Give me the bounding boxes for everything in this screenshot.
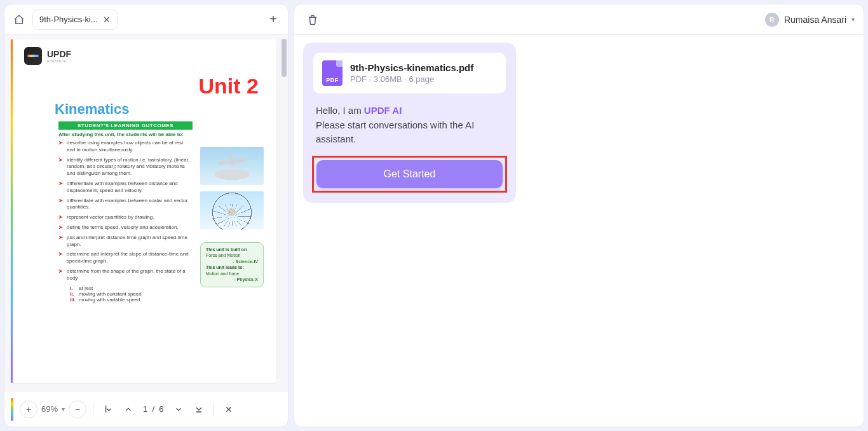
cta-highlight: Get Started [312, 156, 507, 193]
page-viewport[interactable]: UPDF education Unit 2 Kinematics STUDENT… [4, 35, 288, 391]
page-total: 6 [159, 404, 163, 414]
sub-item: ii.moving with constant speed [70, 291, 193, 297]
tab-bar: 9th-Physics-ki... ✕ + [4, 4, 288, 35]
note-box: This unit is built on Force and Motion -… [200, 242, 264, 287]
file-card[interactable]: PDF 9th-Physics-kinematics.pdf PDF · 3.0… [313, 53, 506, 93]
pdf-panel: 9th-Physics-ki... ✕ + UPDF education Uni… [4, 4, 288, 427]
list-item: determine and interpret the slope of dis… [67, 251, 193, 265]
close-viewer-icon[interactable]: ✕ [220, 401, 237, 418]
pdf-icon: PDF [322, 60, 342, 86]
list-item: represent vector quantities by drawing. [67, 214, 154, 221]
outcomes-heading: STUDENT'S LEARNING OUTCOMES [58, 121, 193, 130]
zoom-in-button[interactable]: + [20, 400, 37, 418]
ferris-wheel-image [200, 191, 264, 229]
brand-name: UPDF [47, 49, 71, 59]
list-item: identify different types of motion i.e. … [67, 157, 193, 177]
zoom-value: 69% [41, 404, 58, 414]
page-current: 1 [143, 404, 147, 414]
list-item: describe using examples how objects can … [67, 140, 193, 154]
chevron-down-icon[interactable]: ▾ [62, 406, 65, 413]
pdf-page: UPDF education Unit 2 Kinematics STUDENT… [11, 39, 276, 383]
list-item: plot and interpret distance-time graph a… [67, 235, 193, 249]
list-item: define the terms speed, velocity and acc… [67, 224, 179, 231]
avatar: R [765, 13, 779, 27]
tab-active[interactable]: 9th-Physics-ki... ✕ [32, 10, 118, 30]
subject-title: Kinematics [55, 101, 264, 118]
user-menu[interactable]: R Rumaisa Ansari ▾ [765, 13, 855, 27]
scrollbar-thumb[interactable] [281, 39, 287, 77]
list-item: differentiate with examples between scal… [67, 198, 193, 212]
brand-stripe-icon [11, 398, 13, 421]
file-name: 9th-Physics-kinematics.pdf [350, 62, 473, 73]
list-item: differentiate with examples between dist… [67, 181, 193, 195]
ai-name: UPDF AI [364, 105, 402, 116]
airplane-image [200, 147, 264, 185]
outcomes-intro: After studying this unit, the students w… [58, 132, 193, 137]
ai-panel: R Rumaisa Ansari ▾ PDF 9th-Physics-kinem… [294, 4, 864, 427]
page-indicator[interactable]: 1 / 6 [140, 404, 166, 414]
sub-item: i.at rest [70, 285, 193, 291]
file-meta: PDF · 3.06MB · 6 page [350, 74, 473, 84]
user-name: Rumaisa Ansari [784, 15, 846, 25]
tab-label: 9th-Physics-ki... [39, 15, 98, 24]
zoom-out-button[interactable]: − [69, 400, 86, 418]
last-page-icon[interactable] [191, 401, 207, 418]
get-started-button[interactable]: Get Started [316, 160, 503, 188]
trash-icon[interactable] [303, 10, 322, 29]
outcomes-list: ➤describe using examples how objects can… [58, 140, 193, 282]
list-item: determine from the shape of the graph, t… [67, 268, 193, 282]
ai-intro-bubble: PDF 9th-Physics-kinematics.pdf PDF · 3.0… [303, 43, 516, 203]
close-icon[interactable]: ✕ [103, 15, 111, 24]
brand: UPDF education [24, 47, 264, 65]
chevron-down-icon: ▾ [851, 16, 855, 23]
first-page-icon[interactable] [100, 401, 116, 418]
view-toolbar: + 69% ▾ − 1 / 6 ✕ [4, 391, 288, 427]
brand-sub: education [47, 59, 71, 63]
prev-page-icon[interactable] [120, 401, 137, 418]
updf-logo-icon [24, 47, 42, 65]
unit-title: Unit 2 [24, 74, 259, 99]
intro-text: Hello, I am UPDF AI Please start convers… [313, 104, 506, 147]
sub-item: iii.moving with variable speed. [70, 297, 193, 303]
ai-header: R Rumaisa Ansari ▾ [294, 4, 864, 35]
new-tab-button[interactable]: + [264, 10, 283, 29]
next-page-icon[interactable] [170, 401, 187, 418]
home-icon[interactable] [10, 10, 29, 29]
